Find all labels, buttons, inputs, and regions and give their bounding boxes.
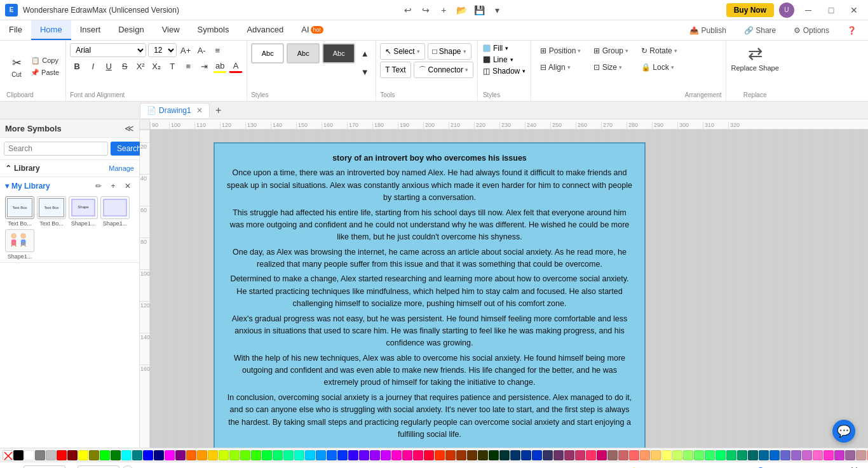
style-scroll-down[interactable]: ▼ bbox=[358, 65, 372, 79]
rotate-button[interactable]: ↻ Rotate ▾ bbox=[636, 43, 682, 58]
color-swatch-transparent[interactable] bbox=[3, 450, 13, 460]
page-size-button[interactable]: □ bbox=[6, 465, 18, 469]
menu-symbols[interactable]: Symbols bbox=[189, 20, 238, 40]
copy-button[interactable]: 📋 Copy bbox=[28, 55, 62, 66]
color-swatch-0[interactable] bbox=[13, 450, 24, 460]
color-swatch-41[interactable] bbox=[456, 450, 466, 460]
color-swatch-15[interactable] bbox=[175, 450, 186, 460]
color-swatch-57[interactable] bbox=[629, 450, 639, 460]
color-swatch-72[interactable] bbox=[791, 450, 801, 460]
line-row[interactable]: Line ▾ bbox=[483, 55, 526, 65]
color-swatch-70[interactable] bbox=[770, 450, 780, 460]
color-swatch-22[interactable] bbox=[251, 450, 261, 460]
font-decrease-button[interactable]: A- bbox=[194, 43, 208, 57]
text-box[interactable]: story of an introvert boy who overcomes … bbox=[214, 142, 646, 448]
color-swatch-69[interactable] bbox=[759, 450, 769, 460]
color-swatch-58[interactable] bbox=[640, 450, 650, 460]
style-scroll-up[interactable]: ▲ bbox=[358, 46, 372, 60]
add-page-button[interactable]: + bbox=[122, 465, 133, 469]
add-library-button[interactable]: + bbox=[107, 180, 119, 192]
menu-home[interactable]: Home bbox=[31, 20, 71, 40]
text-format-button[interactable]: T bbox=[165, 59, 179, 73]
layers-button[interactable]: ⧉ bbox=[644, 465, 657, 469]
font-family-select[interactable]: Arial bbox=[70, 43, 146, 57]
canvas-wrapper[interactable]: 90 100 110 120 130 140 150 160 170 180 1… bbox=[140, 119, 868, 448]
color-swatch-67[interactable] bbox=[737, 450, 747, 460]
color-swatch-13[interactable] bbox=[154, 450, 164, 460]
add-tab-button[interactable]: + bbox=[211, 103, 226, 118]
redo-button[interactable]: ↪ bbox=[418, 3, 433, 18]
open-button[interactable]: 📂 bbox=[454, 3, 469, 18]
color-swatch-60[interactable] bbox=[661, 450, 672, 460]
color-swatch-61[interactable] bbox=[672, 450, 682, 460]
style-box-3[interactable]: Abc bbox=[322, 43, 355, 64]
thumbnail-item-5[interactable]: Shape1... bbox=[5, 229, 34, 260]
manage-button[interactable]: Manage bbox=[109, 164, 134, 172]
color-swatch-54[interactable] bbox=[597, 450, 607, 460]
undo-button[interactable]: ↩ bbox=[400, 3, 416, 18]
color-swatch-25[interactable] bbox=[283, 450, 294, 460]
fullscreen-button[interactable]: ⛶ bbox=[846, 465, 862, 469]
thumbnail-box-5[interactable] bbox=[5, 229, 34, 252]
fit-page-button[interactable]: ⊞ bbox=[827, 465, 841, 469]
thumbnail-item-3[interactable]: Shape Shape1... bbox=[69, 196, 98, 227]
superscript-button[interactable]: X² bbox=[133, 59, 147, 73]
color-swatch-32[interactable] bbox=[359, 450, 369, 460]
color-swatch-14[interactable] bbox=[165, 450, 175, 460]
color-swatch-66[interactable] bbox=[726, 450, 736, 460]
menu-advanced[interactable]: Advanced bbox=[238, 20, 292, 40]
edit-library-button[interactable]: ✏ bbox=[92, 180, 105, 192]
color-swatch-50[interactable] bbox=[553, 450, 564, 460]
close-button[interactable]: ✕ bbox=[845, 1, 863, 19]
search-input[interactable] bbox=[4, 142, 108, 156]
cut-button[interactable]: ✂ Cut bbox=[6, 43, 27, 90]
page-select[interactable]: Page-1 bbox=[24, 465, 65, 469]
font-size-select[interactable]: 12 bbox=[148, 43, 177, 57]
font-color-button[interactable]: A bbox=[229, 59, 243, 73]
strikethrough-button[interactable]: S bbox=[118, 59, 132, 73]
close-library-button[interactable]: ✕ bbox=[121, 180, 134, 192]
thumbnail-box-2[interactable]: Text Box bbox=[37, 196, 66, 219]
options-button[interactable]: ⚙ Options bbox=[787, 23, 836, 37]
replace-shape-button[interactable]: ⇄ Replace Shape bbox=[731, 43, 779, 72]
paste-button[interactable]: 📌 Paste bbox=[28, 67, 62, 78]
align-button[interactable]: ≡ bbox=[210, 43, 224, 57]
color-swatch-26[interactable] bbox=[294, 450, 304, 460]
buy-now-button[interactable]: Buy Now bbox=[726, 3, 774, 17]
color-swatch-71[interactable] bbox=[780, 450, 790, 460]
list-button[interactable]: ≡ bbox=[181, 59, 195, 73]
drawing-tab-close[interactable]: ✕ bbox=[196, 106, 203, 115]
color-swatch-62[interactable] bbox=[683, 450, 693, 460]
color-swatch-16[interactable] bbox=[186, 450, 196, 460]
color-swatch-75[interactable] bbox=[824, 450, 834, 460]
canvas-grid[interactable]: story of an introvert boy who overcomes … bbox=[150, 130, 868, 448]
fill-row[interactable]: Fill ▾ bbox=[483, 43, 526, 53]
size-button[interactable]: ⊡ Size ▾ bbox=[588, 60, 634, 75]
color-swatch-65[interactable] bbox=[715, 450, 726, 460]
share-button[interactable]: 🔗 Share bbox=[738, 23, 782, 37]
color-swatch-5[interactable] bbox=[67, 450, 78, 460]
color-swatch-45[interactable] bbox=[499, 450, 510, 460]
italic-button[interactable]: I bbox=[86, 59, 100, 73]
color-swatch-33[interactable] bbox=[370, 450, 380, 460]
library-header[interactable]: ⌃ Library Manage bbox=[0, 160, 139, 177]
position-button[interactable]: ⊞ Position ▾ bbox=[535, 43, 586, 58]
lock-button[interactable]: 🔒 Lock ▾ bbox=[636, 60, 682, 75]
drawing-tab[interactable]: 📄 Drawing1 ✕ bbox=[140, 103, 210, 118]
color-swatch-40[interactable] bbox=[445, 450, 456, 460]
shadow-row[interactable]: ◫ Shadow ▾ bbox=[483, 66, 526, 76]
menu-design[interactable]: Design bbox=[109, 20, 153, 40]
chat-button[interactable]: 💬 bbox=[832, 420, 855, 443]
focus-button[interactable]: ⊙ Focus bbox=[662, 465, 698, 469]
bold-button[interactable]: B bbox=[70, 59, 84, 73]
zoom-in-button[interactable]: + bbox=[789, 465, 800, 469]
color-swatch-36[interactable] bbox=[402, 450, 412, 460]
color-swatch-38[interactable] bbox=[424, 450, 434, 460]
color-swatch-2[interactable] bbox=[35, 450, 45, 460]
color-swatch-17[interactable] bbox=[197, 450, 207, 460]
menu-ai[interactable]: AIhot bbox=[292, 20, 332, 40]
thumbnail-item-2[interactable]: Text Box Text Bo... bbox=[37, 196, 66, 227]
color-swatch-39[interactable] bbox=[435, 450, 445, 460]
publish-button[interactable]: 📤 Publish bbox=[683, 23, 733, 37]
sidebar-collapse-button[interactable]: ≪ bbox=[125, 123, 134, 133]
